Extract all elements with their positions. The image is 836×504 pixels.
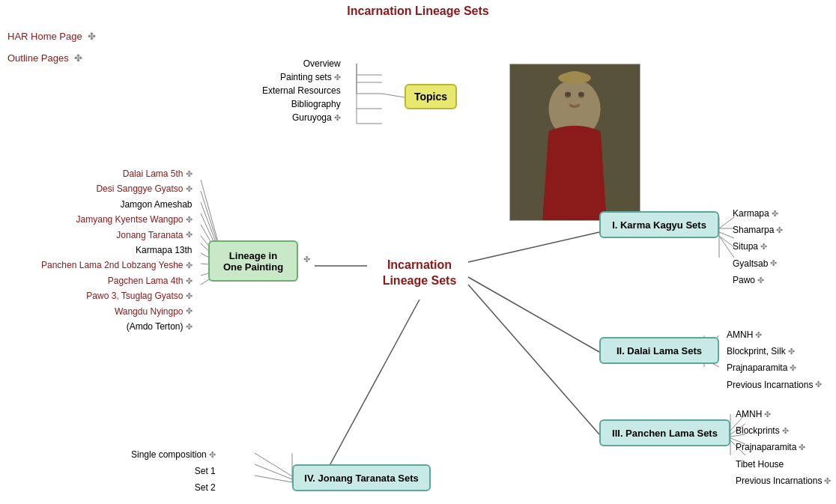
list-item[interactable]: Blockprint, Silk ✤ [727,343,822,359]
pl-icon-4: ✤ [824,473,831,488]
svg-line-7 [382,94,405,97]
left-item-9-label: Wangdu Nyingpo [115,304,184,319]
list-item[interactable]: Prajnaparamita ✤ [736,439,831,455]
sidebar-item-outline-pages[interactable]: Outline Pages ✤ [7,52,82,64]
dalai-lama-node[interactable]: II. Dalai Lama Sets [599,337,719,364]
list-item[interactable]: Single composition ✤ [131,446,216,463]
jt-item-2: Set 2 [195,479,216,496]
karma-kagyu-list: Karmapa ✤ Shamarpa ✤ Situpa ✤ Gyaltsab ✤… [733,205,783,288]
list-item[interactable]: Karmapa 13th [41,243,193,258]
list-item[interactable]: Set 1 [131,463,216,479]
kk-item-2: Situpa [733,238,758,255]
list-item[interactable]: Panchen Lama 2nd Lobzang Yeshe ✤ [41,258,193,273]
kk-icon-0: ✤ [772,206,778,221]
left-item-3-icon: ✤ [186,213,193,227]
list-item[interactable]: (Amdo Terton) ✤ [41,319,193,334]
svg-line-13 [719,217,734,228]
jt-item-1: Set 1 [195,463,216,479]
left-item-8-icon: ✤ [186,289,193,303]
topics-button[interactable]: Topics [405,84,457,109]
left-item-9-icon: ✤ [186,304,193,318]
jt-icon-0: ✤ [209,447,216,462]
pl-item-2: Prajnaparamita [736,439,796,455]
left-item-4-icon: ✤ [186,228,193,242]
left-item-8-label: Pawo 3, Tsuglag Gyatso [86,288,183,303]
list-item[interactable]: AMNH ✤ [727,327,822,343]
jonang-list: Single composition ✤ Set 1 Set 2 [131,446,216,497]
left-list: Dalai Lama 5th ✤ Desi Sanggye Gyatso ✤ J… [41,166,193,334]
kk-item-1: Shamarpa [733,222,774,238]
outline-pages-label: Outline Pages [7,52,69,64]
list-item[interactable]: Previous Incarnations ✤ [736,473,831,489]
kk-icon-4: ✤ [757,273,764,288]
list-item[interactable]: Jamgon Ameshab [41,197,193,212]
svg-line-10 [468,285,599,434]
left-item-0-label: Dalai Lama 5th [123,166,184,181]
list-item[interactable]: Tibet House [736,456,831,473]
pl-icon-0: ✤ [764,407,771,422]
left-item-1-icon: ✤ [186,182,193,196]
left-item-6-label: Panchen Lama 2nd Lobzang Yeshe [41,258,184,273]
list-item[interactable]: Pawo 3, Tsuglag Gyatso ✤ [41,288,193,303]
topics-menu-container: Overview Painting sets ✤ External Resour… [262,58,341,123]
kk-icon-1: ✤ [776,222,783,237]
pl-item-0: AMNH [736,406,762,422]
pl-item-3: Tibet House [736,456,784,473]
topics-item-guruyoga[interactable]: Guruyoga [292,112,332,123]
list-item[interactable]: AMNH ✤ [736,406,831,422]
painting-icon: ✤ [334,73,341,82]
list-item[interactable]: Karmapa ✤ [733,205,783,222]
svg-line-15 [719,232,734,238]
list-item[interactable]: Wangdu Nyingpo ✤ [41,304,193,319]
kk-icon-3: ✤ [770,255,777,270]
svg-line-11 [322,300,419,479]
list-item[interactable]: Gyaltsab ✤ [733,255,783,272]
kk-item-3: Gyaltsab [733,255,768,272]
svg-line-16 [719,236,734,247]
list-item[interactable]: Pawo ✤ [733,272,783,288]
svg-line-31 [255,464,292,479]
list-item[interactable]: Prajnaparamita ✤ [727,359,822,376]
left-item-5-label: Karmapa 13th [136,243,192,258]
left-item-10-icon: ✤ [186,320,193,334]
list-item[interactable]: Set 2 [131,479,216,496]
list-item[interactable]: Blockprints ✤ [736,422,831,439]
list-item[interactable]: Jonang Taranata ✤ [41,228,193,243]
list-item[interactable]: Dalai Lama 5th ✤ [41,166,193,181]
dl-icon-3: ✤ [815,377,822,392]
list-item[interactable]: Previous Incarnations ✤ [727,377,822,393]
lineage-one-painting-node[interactable]: Lineage in One Painting [208,240,298,282]
page-title: Incarnation Lineage Sets [0,4,836,18]
dl-icon-0: ✤ [755,327,762,342]
topics-item-external[interactable]: External Resources [262,85,341,96]
left-item-7-label: Pagchen Lama 4th [108,273,184,288]
dl-icon-2: ✤ [790,360,796,375]
list-item[interactable]: Situpa ✤ [733,238,783,255]
list-item[interactable]: Shamarpa ✤ [733,222,783,238]
dl-item-0: AMNH [727,327,753,343]
svg-line-32 [255,476,292,482]
panchen-lama-list: AMNH ✤ Blockprints ✤ Prajnaparamita ✤ Ti… [736,406,831,489]
kk-item-4: Pawo [733,272,755,288]
karma-kagyu-node[interactable]: I. Karma Kagyu Sets [599,211,719,238]
svg-line-9 [468,277,599,352]
list-item[interactable]: Pagchen Lama 4th ✤ [41,273,193,288]
topics-item-painting[interactable]: Painting sets [280,72,332,82]
pl-icon-1: ✤ [782,423,789,438]
kk-icon-2: ✤ [760,239,767,254]
list-item[interactable]: Desi Sanggye Gyatso ✤ [41,181,193,196]
panchen-lama-node[interactable]: III. Panchen Lama Sets [599,419,730,446]
kk-item-0: Karmapa [733,205,769,222]
painting-image [509,64,640,221]
list-item[interactable]: Jamyang Kyentse Wangpo ✤ [41,212,193,227]
jonang-node[interactable]: IV. Jonang Taranata Sets [292,464,431,491]
sidebar-item-har-home[interactable]: HAR Home Page ✤ [7,31,96,42]
topics-item-bibliography[interactable]: Bibliography [262,99,341,109]
svg-line-17 [719,236,734,258]
left-item-1-label: Desi Sanggye Gyatso [96,181,183,196]
topics-item-overview[interactable]: Overview [262,58,341,69]
svg-point-55 [565,92,571,97]
dalai-lama-list: AMNH ✤ Blockprint, Silk ✤ Prajnaparamita… [727,327,822,393]
pl-item-1: Blockprints [736,422,780,439]
dl-icon-1: ✤ [788,344,795,359]
